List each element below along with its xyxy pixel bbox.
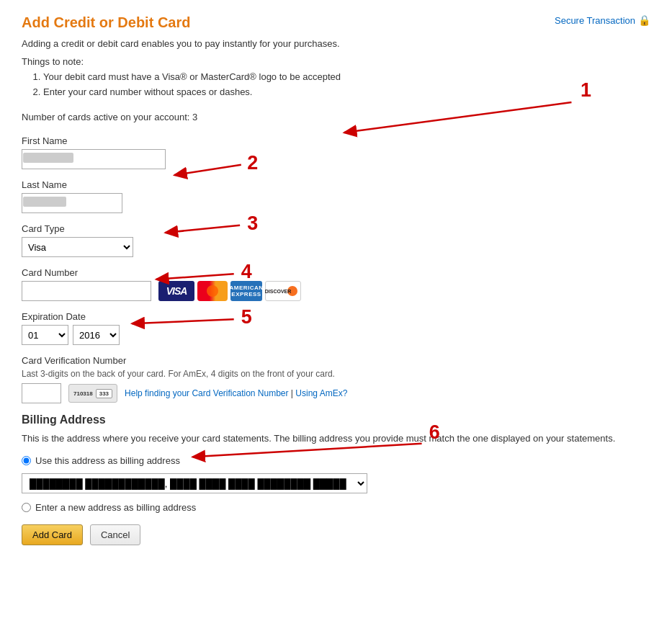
- use-address-radio[interactable]: [22, 456, 31, 465]
- cvv-number-box: 333: [96, 389, 112, 398]
- card-logos: VISA AMERICAN EXPRESS DISCOVER: [158, 281, 301, 301]
- card-number-input[interactable]: [22, 281, 151, 301]
- cvv-card-icon: 710318 333: [68, 384, 117, 403]
- last-name-blurred: [23, 197, 66, 207]
- visa-logo: VISA: [158, 281, 194, 301]
- enter-new-address-radio-row: Enter a new address as billing address: [22, 502, 650, 513]
- first-name-group: First Name: [22, 135, 650, 169]
- use-address-label: Use this address as billing address: [35, 455, 180, 466]
- button-row: Add Card Cancel: [22, 524, 650, 545]
- address-select-row: ████████ ████████████, ████ ████ ████ ██…: [22, 473, 650, 493]
- cvv-input[interactable]: [22, 383, 61, 403]
- expiry-month-select[interactable]: 01020304 05060708 09101112: [22, 325, 68, 345]
- cvv-group: Card Verification Number Last 3-digits o…: [22, 355, 650, 403]
- page-title: Add Credit or Debit Card: [22, 14, 190, 31]
- cards-count: Number of cards active on your account: …: [22, 112, 650, 122]
- card-type-label: Card Type: [22, 223, 650, 234]
- description-text: Adding a credit or debit card enables yo…: [22, 38, 650, 49]
- secure-transaction-label: Secure Transaction: [555, 15, 635, 26]
- card-number-group: Card Number VISA AMERICAN EXPRESS DISCOV…: [22, 267, 650, 301]
- first-name-label: First Name: [22, 135, 650, 146]
- last-name-input-wrapper: [22, 193, 122, 213]
- expiry-year-select[interactable]: 2016201720182019 2020202120222023 202420…: [73, 325, 120, 345]
- mastercard-logo: [197, 281, 228, 301]
- first-name-input-wrapper: [22, 149, 166, 169]
- expiration-date-group: Expiration Date 01020304 05060708 091011…: [22, 311, 650, 345]
- billing-description: This is the address where you receive yo…: [22, 432, 650, 445]
- things-to-note-label: Things to note:: [22, 56, 650, 67]
- cvv-amex-link[interactable]: Using AmEx?: [295, 388, 347, 398]
- notes-list: Your debit card must have a Visa® or Mas…: [22, 71, 650, 97]
- cvv-help-link[interactable]: Help finding your Card Verification Numb…: [125, 388, 288, 398]
- card-type-group: Card Type Visa MasterCard American Expre…: [22, 223, 650, 257]
- cvv-row: 710318 333 Help finding your Card Verifi…: [22, 383, 650, 403]
- discover-logo: DISCOVER: [265, 281, 301, 301]
- card-number-row: VISA AMERICAN EXPRESS DISCOVER: [22, 281, 650, 301]
- expiration-date-label: Expiration Date: [22, 311, 650, 322]
- cvv-description: Last 3-digits on the back of your card. …: [22, 369, 650, 379]
- enter-new-address-radio[interactable]: [22, 503, 31, 512]
- page-header: Add Credit or Debit Card Secure Transact…: [22, 14, 650, 31]
- cancel-button[interactable]: Cancel: [90, 524, 140, 545]
- last-name-label: Last Name: [22, 179, 650, 190]
- note-item-2: Enter your card number without spaces or…: [43, 86, 650, 97]
- cvv-card-number-example: 710318: [73, 390, 93, 397]
- enter-new-address-label: Enter a new address as billing address: [35, 502, 196, 513]
- first-name-blurred: [23, 153, 73, 163]
- note-item-1: Your debit card must have a Visa® or Mas…: [43, 71, 650, 82]
- last-name-group: Last Name: [22, 179, 650, 213]
- secure-transaction-link[interactable]: Secure Transaction 🔒: [555, 14, 650, 26]
- cvv-label: Card Verification Number: [22, 355, 650, 366]
- lock-icon: 🔒: [638, 14, 650, 26]
- cvv-links: Help finding your Card Verification Numb…: [125, 388, 347, 398]
- expiry-row: 01020304 05060708 09101112 2016201720182…: [22, 325, 650, 345]
- use-address-radio-row: Use this address as billing address: [22, 455, 650, 466]
- billing-section-title: Billing Address: [22, 413, 650, 426]
- card-type-select[interactable]: Visa MasterCard American Express Discove…: [22, 237, 133, 257]
- card-number-label: Card Number: [22, 267, 650, 278]
- add-card-button[interactable]: Add Card: [22, 524, 83, 545]
- address-select[interactable]: ████████ ████████████, ████ ████ ████ ██…: [22, 473, 367, 493]
- amex-logo: AMERICAN EXPRESS: [230, 281, 262, 301]
